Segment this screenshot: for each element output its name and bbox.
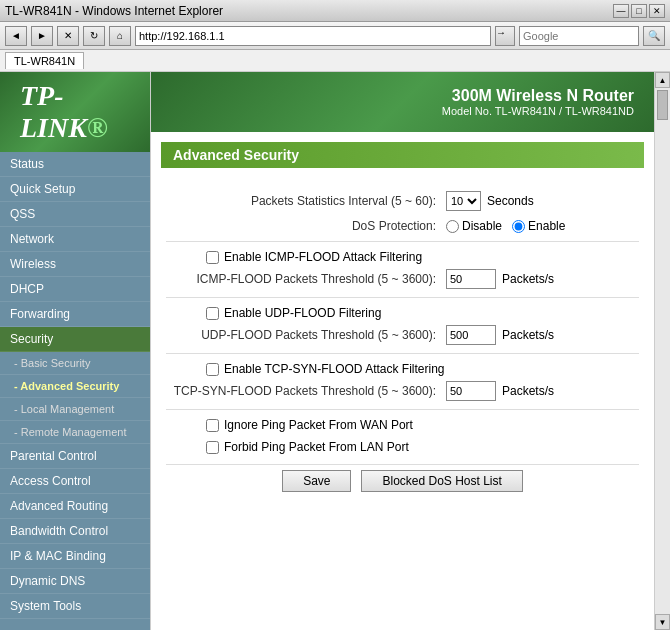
scroll-down-button[interactable]: ▼ bbox=[655, 614, 670, 630]
dos-enable-radio[interactable] bbox=[512, 220, 525, 233]
go-button[interactable]: → bbox=[495, 26, 515, 46]
registered-mark: ® bbox=[87, 112, 108, 143]
sidebar-item-parental-control[interactable]: Parental Control bbox=[0, 444, 150, 469]
udp-threshold-control: Packets/s bbox=[446, 325, 554, 345]
sidebar-item-ip-mac-binding[interactable]: IP & MAC Binding bbox=[0, 544, 150, 569]
model-number: Model No. TL-WR841N / TL-WR841ND bbox=[442, 105, 634, 117]
scroll-track bbox=[655, 88, 670, 614]
divider-1 bbox=[166, 241, 639, 242]
maximize-button[interactable]: □ bbox=[631, 4, 647, 18]
sidebar-item-forwarding[interactable]: Forwarding bbox=[0, 302, 150, 327]
search-button[interactable]: 🔍 bbox=[643, 26, 665, 46]
packets-interval-select[interactable]: 10 20 30 60 bbox=[446, 191, 481, 211]
tcp-flood-checkbox-row: Enable TCP-SYN-FLOOD Attack Filtering bbox=[206, 362, 639, 376]
divider-4 bbox=[166, 409, 639, 410]
forward-button[interactable]: ► bbox=[31, 26, 53, 46]
browser-favtab: TL-WR841N bbox=[0, 50, 670, 72]
tcp-threshold-input[interactable] bbox=[446, 381, 496, 401]
blocked-host-list-button[interactable]: Blocked DoS Host List bbox=[361, 470, 522, 492]
back-button[interactable]: ◄ bbox=[5, 26, 27, 46]
forbid-ping-lan-checkbox[interactable] bbox=[206, 441, 219, 454]
sidebar-item-quick-setup[interactable]: Quick Setup bbox=[0, 177, 150, 202]
tcp-threshold-label: TCP-SYN-FLOOD Packets Threshold (5 ~ 360… bbox=[166, 384, 446, 398]
udp-threshold-row: UDP-FLOOD Packets Threshold (5 ~ 3600): … bbox=[166, 325, 639, 345]
icmp-flood-checkbox-row: Enable ICMP-FLOOD Attack Filtering bbox=[206, 250, 639, 264]
sidebar-item-wireless[interactable]: Wireless bbox=[0, 252, 150, 277]
sidebar-item-local-management[interactable]: - Local Management bbox=[0, 398, 150, 421]
udp-flood-checkbox[interactable] bbox=[206, 307, 219, 320]
save-button[interactable]: Save bbox=[282, 470, 351, 492]
sidebar-item-bandwidth-control[interactable]: Bandwidth Control bbox=[0, 519, 150, 544]
scroll-thumb[interactable] bbox=[657, 90, 668, 120]
icmp-flood-checkbox[interactable] bbox=[206, 251, 219, 264]
packets-interval-unit: Seconds bbox=[487, 194, 534, 208]
sidebar-item-advanced-routing[interactable]: Advanced Routing bbox=[0, 494, 150, 519]
window-controls: — □ ✕ bbox=[613, 4, 665, 18]
section-title: Advanced Security bbox=[161, 142, 644, 168]
form-area: Packets Statistics Interval (5 ~ 60): 10… bbox=[151, 178, 654, 507]
divider-3 bbox=[166, 353, 639, 354]
minimize-button[interactable]: — bbox=[613, 4, 629, 18]
address-input[interactable] bbox=[135, 26, 491, 46]
refresh-button[interactable]: ↻ bbox=[83, 26, 105, 46]
browser-tab[interactable]: TL-WR841N bbox=[5, 52, 84, 69]
packets-interval-row: Packets Statistics Interval (5 ~ 60): 10… bbox=[166, 191, 639, 211]
tp-link-logo: TP-LINK® bbox=[20, 80, 130, 144]
search-input[interactable] bbox=[519, 26, 639, 46]
sidebar-item-network[interactable]: Network bbox=[0, 227, 150, 252]
browser-toolbar: ◄ ► ✕ ↻ ⌂ → 🔍 bbox=[0, 22, 670, 50]
sidebar-item-advanced-security[interactable]: - Advanced Security bbox=[0, 375, 150, 398]
sidebar-item-remote-management[interactable]: - Remote Management bbox=[0, 421, 150, 444]
button-row: Save Blocked DoS Host List bbox=[166, 464, 639, 492]
tcp-threshold-unit: Packets/s bbox=[502, 384, 554, 398]
main-container: TP-LINK® Status Quick Setup QSS Network … bbox=[0, 72, 670, 630]
scrollbar: ▲ ▼ bbox=[654, 72, 670, 630]
icmp-threshold-label: ICMP-FLOOD Packets Threshold (5 ~ 3600): bbox=[166, 272, 446, 286]
dos-protection-row: DoS Protection: Disable Enable bbox=[166, 219, 639, 233]
dos-disable-label[interactable]: Disable bbox=[446, 219, 502, 233]
sidebar-item-basic-security[interactable]: - Basic Security bbox=[0, 352, 150, 375]
ignore-ping-wan-label: Ignore Ping Packet From WAN Port bbox=[224, 418, 413, 432]
sidebar-item-dhcp[interactable]: DHCP bbox=[0, 277, 150, 302]
divider-2 bbox=[166, 297, 639, 298]
icmp-threshold-control: Packets/s bbox=[446, 269, 554, 289]
icmp-threshold-unit: Packets/s bbox=[502, 272, 554, 286]
forbid-ping-lan-row: Forbid Ping Packet From LAN Port bbox=[206, 440, 639, 454]
sidebar-item-qss[interactable]: QSS bbox=[0, 202, 150, 227]
sidebar-item-status[interactable]: Status bbox=[0, 152, 150, 177]
content-banner: 300M Wireless N Router Model No. TL-WR84… bbox=[151, 72, 654, 132]
close-button[interactable]: ✕ bbox=[649, 4, 665, 18]
stop-button[interactable]: ✕ bbox=[57, 26, 79, 46]
packets-interval-control: 10 20 30 60 Seconds bbox=[446, 191, 534, 211]
udp-flood-checkbox-row: Enable UDP-FLOOD Filtering bbox=[206, 306, 639, 320]
dos-label: DoS Protection: bbox=[166, 219, 446, 233]
udp-threshold-unit: Packets/s bbox=[502, 328, 554, 342]
tcp-threshold-control: Packets/s bbox=[446, 381, 554, 401]
browser-titlebar: TL-WR841N - Windows Internet Explorer — … bbox=[0, 0, 670, 22]
sidebar-item-security[interactable]: Security bbox=[0, 327, 150, 352]
icmp-threshold-input[interactable] bbox=[446, 269, 496, 289]
ignore-ping-wan-checkbox[interactable] bbox=[206, 419, 219, 432]
tcp-threshold-row: TCP-SYN-FLOOD Packets Threshold (5 ~ 360… bbox=[166, 381, 639, 401]
sidebar-item-system-tools[interactable]: System Tools bbox=[0, 594, 150, 619]
dos-disable-radio[interactable] bbox=[446, 220, 459, 233]
tcp-flood-checkbox[interactable] bbox=[206, 363, 219, 376]
dos-enable-label[interactable]: Enable bbox=[512, 219, 565, 233]
tcp-flood-label: Enable TCP-SYN-FLOOD Attack Filtering bbox=[224, 362, 445, 376]
udp-threshold-input[interactable] bbox=[446, 325, 496, 345]
icmp-threshold-row: ICMP-FLOOD Packets Threshold (5 ~ 3600):… bbox=[166, 269, 639, 289]
sidebar-item-access-control[interactable]: Access Control bbox=[0, 469, 150, 494]
icmp-flood-label: Enable ICMP-FLOOD Attack Filtering bbox=[224, 250, 422, 264]
ignore-ping-wan-row: Ignore Ping Packet From WAN Port bbox=[206, 418, 639, 432]
sidebar-item-dynamic-dns[interactable]: Dynamic DNS bbox=[0, 569, 150, 594]
dos-disable-text: Disable bbox=[462, 219, 502, 233]
packets-interval-label: Packets Statistics Interval (5 ~ 60): bbox=[166, 194, 446, 208]
router-title: 300M Wireless N Router bbox=[442, 87, 634, 105]
home-button[interactable]: ⌂ bbox=[109, 26, 131, 46]
sidebar: TP-LINK® Status Quick Setup QSS Network … bbox=[0, 72, 150, 630]
forbid-ping-lan-label: Forbid Ping Packet From LAN Port bbox=[224, 440, 409, 454]
dos-enable-text: Enable bbox=[528, 219, 565, 233]
content-area: 300M Wireless N Router Model No. TL-WR84… bbox=[150, 72, 654, 630]
scroll-up-button[interactable]: ▲ bbox=[655, 72, 670, 88]
udp-flood-label: Enable UDP-FLOOD Filtering bbox=[224, 306, 381, 320]
